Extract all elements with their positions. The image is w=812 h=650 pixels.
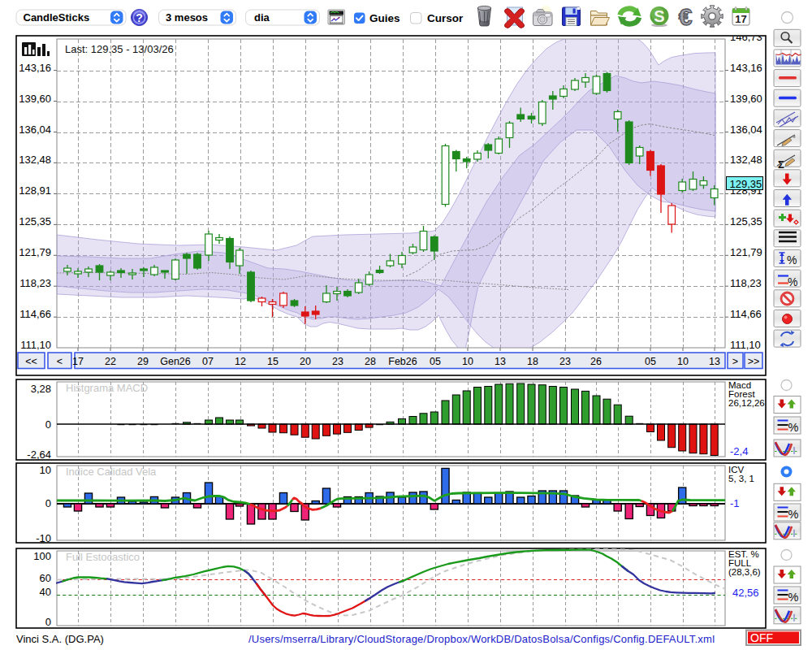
svg-text:<<: << (25, 356, 37, 367)
svg-text:Macd: Macd (728, 380, 751, 390)
svg-text:136,04: 136,04 (19, 124, 51, 136)
svg-text:17: 17 (735, 13, 746, 25)
svg-text:23: 23 (332, 356, 343, 367)
svg-text:29: 29 (137, 356, 149, 367)
svg-text:20: 20 (300, 356, 311, 367)
svg-text:05: 05 (645, 356, 656, 367)
svg-text:132,48: 132,48 (19, 154, 51, 166)
svg-text:60: 60 (40, 572, 51, 584)
svg-text:18: 18 (527, 356, 538, 367)
svg-text:-2,4: -2,4 (730, 445, 748, 457)
svg-text:dia: dia (254, 11, 270, 24)
svg-text:?: ? (136, 11, 143, 24)
svg-text:10: 10 (40, 464, 51, 476)
svg-text:111,10: 111,10 (20, 339, 51, 351)
svg-text:22: 22 (105, 356, 116, 367)
svg-text:121,79: 121,79 (730, 246, 762, 258)
svg-text:%: % (788, 275, 797, 288)
svg-text:128,91: 128,91 (19, 184, 51, 197)
svg-text:5, 3, 1: 5, 3, 1 (728, 474, 754, 483)
svg-text:%: % (788, 508, 799, 521)
svg-text:111,10: 111,10 (730, 339, 761, 351)
svg-text:121,79: 121,79 (19, 246, 51, 258)
svg-text:139,60: 139,60 (730, 93, 762, 105)
svg-text:OFF: OFF (750, 631, 773, 644)
svg-text:>>: >> (748, 356, 760, 367)
svg-text:26: 26 (590, 356, 602, 367)
svg-text:(28,3,6): (28,3,6) (728, 567, 761, 577)
svg-text:-2,64: -2,64 (27, 448, 51, 461)
svg-text:0: 0 (45, 616, 51, 628)
svg-text:143,16: 143,16 (730, 62, 762, 74)
svg-text:Last: 129.35 - 13/03/26: Last: 129.35 - 13/03/26 (65, 43, 174, 55)
svg-text:Feb26: Feb26 (388, 356, 417, 367)
svg-text:42,56: 42,56 (732, 587, 759, 599)
svg-text:ICV: ICV (728, 465, 745, 474)
svg-text:Full Estocastico: Full Estocastico (66, 551, 140, 563)
svg-text:136,04: 136,04 (730, 124, 762, 136)
svg-text:13: 13 (495, 356, 506, 367)
svg-text:28: 28 (365, 356, 376, 367)
svg-text:118,23: 118,23 (19, 277, 51, 289)
svg-text:>: > (732, 356, 738, 367)
svg-text:10: 10 (462, 356, 473, 367)
svg-text:€: € (679, 3, 693, 30)
svg-text:139,60: 139,60 (19, 93, 51, 105)
svg-text:26,12,26: 26,12,26 (728, 398, 765, 408)
svg-text:Cursor: Cursor (427, 12, 464, 24)
svg-text:114,66: 114,66 (19, 308, 51, 320)
svg-text:07: 07 (202, 356, 214, 367)
svg-text:100: 100 (33, 550, 51, 562)
svg-text:10: 10 (677, 356, 689, 367)
svg-text:Histgrama MACD: Histgrama MACD (66, 382, 148, 394)
svg-text:132,48: 132,48 (730, 154, 762, 166)
svg-text:12: 12 (235, 356, 246, 367)
svg-text:125,35: 125,35 (730, 215, 762, 228)
svg-text:0: 0 (45, 497, 51, 509)
svg-text:Gen26: Gen26 (160, 356, 191, 367)
svg-text:129,35: 129,35 (730, 178, 762, 190)
svg-text:%: % (788, 421, 799, 434)
svg-text:3,28: 3,28 (31, 383, 51, 395)
svg-text:13: 13 (709, 356, 720, 367)
svg-text:Indice Calidad Vela: Indice Calidad Vela (66, 466, 157, 478)
svg-text:114,66: 114,66 (730, 308, 762, 320)
svg-text:40: 40 (40, 586, 51, 598)
svg-text:%: % (787, 254, 797, 266)
svg-text:CandleSticks: CandleSticks (24, 11, 90, 24)
svg-text:-10: -10 (36, 532, 51, 544)
svg-text:118,23: 118,23 (730, 277, 762, 289)
svg-text:%: % (788, 591, 799, 604)
svg-text:S: S (654, 7, 664, 25)
svg-text:-1: -1 (730, 497, 740, 509)
svg-text:15: 15 (267, 356, 279, 367)
svg-text:Guies: Guies (369, 12, 400, 24)
svg-text:/Users/mserra/Library/CloudSto: /Users/mserra/Library/CloudStorage/Dropb… (248, 633, 715, 645)
svg-text:<: < (57, 356, 63, 367)
svg-text:0: 0 (45, 418, 51, 431)
svg-text:Vinci S.A. (DG.PA): Vinci S.A. (DG.PA) (16, 633, 104, 645)
svg-text:05: 05 (430, 356, 441, 367)
svg-text:3 mesos: 3 mesos (166, 11, 208, 24)
svg-text:125,35: 125,35 (19, 215, 51, 228)
svg-text:23: 23 (559, 356, 571, 367)
svg-text:143,16: 143,16 (19, 62, 51, 74)
svg-text:17: 17 (72, 356, 84, 367)
